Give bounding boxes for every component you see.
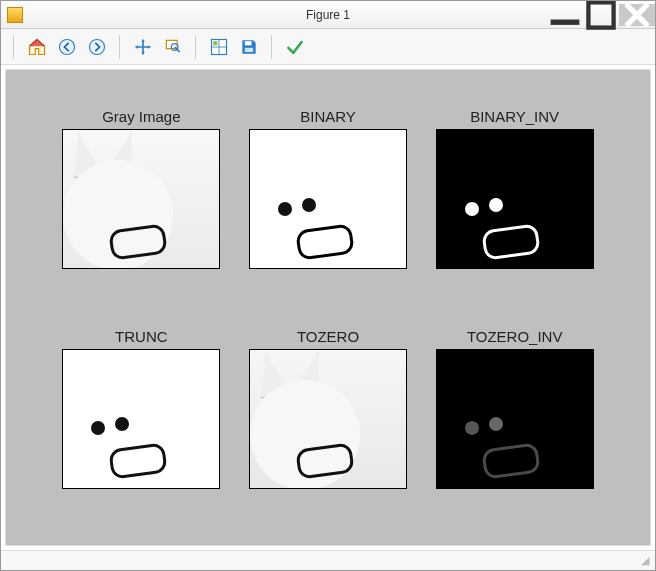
image-trunc xyxy=(62,349,220,489)
home-icon[interactable] xyxy=(25,35,49,59)
subplot-title: TOZERO_INV xyxy=(467,328,563,345)
subplot-title: TRUNC xyxy=(115,328,168,345)
save-icon[interactable] xyxy=(237,35,261,59)
image-binary xyxy=(249,129,407,269)
subplot-trunc: TRUNC xyxy=(58,328,225,508)
window-controls xyxy=(547,4,655,26)
minimize-button[interactable] xyxy=(547,4,583,26)
svg-rect-12 xyxy=(245,41,252,45)
subplot-tozero-inv: TOZERO_INV xyxy=(431,328,598,508)
subplot-grid: Gray Image BINARY BINARY_INV TRUNC TOZER… xyxy=(18,88,638,527)
svg-point-5 xyxy=(90,39,105,54)
svg-rect-1 xyxy=(588,2,613,27)
image-binary-inv xyxy=(436,129,594,269)
zoom-icon[interactable] xyxy=(161,35,185,59)
pan-icon[interactable] xyxy=(131,35,155,59)
toolbar xyxy=(1,29,655,65)
window-title: Figure 1 xyxy=(306,8,350,22)
toolbar-separator xyxy=(271,35,273,59)
resize-grip-icon[interactable]: ◢ xyxy=(641,554,649,567)
subplot-title: TOZERO xyxy=(297,328,359,345)
toolbar-separator xyxy=(195,35,197,59)
subplot-title: Gray Image xyxy=(102,108,180,125)
subplot-title: BINARY_INV xyxy=(470,108,559,125)
maximize-button[interactable] xyxy=(583,4,619,26)
back-icon[interactable] xyxy=(55,35,79,59)
customize-icon[interactable] xyxy=(283,35,307,59)
titlebar: Figure 1 xyxy=(1,1,655,29)
app-icon xyxy=(7,7,23,23)
subplot-binary-inv: BINARY_INV xyxy=(431,108,598,288)
svg-rect-11 xyxy=(213,41,217,45)
toolbar-separator xyxy=(13,35,15,59)
subplot-title: BINARY xyxy=(300,108,356,125)
figure-canvas[interactable]: Gray Image BINARY BINARY_INV TRUNC TOZER… xyxy=(5,69,651,546)
subplot-tozero: TOZERO xyxy=(245,328,412,508)
subplots-icon[interactable] xyxy=(207,35,231,59)
image-gray xyxy=(62,129,220,269)
svg-rect-13 xyxy=(245,47,253,51)
toolbar-separator xyxy=(119,35,121,59)
statusbar: ◢ xyxy=(1,550,655,570)
image-tozero xyxy=(249,349,407,489)
svg-point-4 xyxy=(60,39,75,54)
image-tozero-inv xyxy=(436,349,594,489)
subplot-binary: BINARY xyxy=(245,108,412,288)
forward-icon[interactable] xyxy=(85,35,109,59)
close-button[interactable] xyxy=(619,4,655,26)
subplot-gray: Gray Image xyxy=(58,108,225,288)
